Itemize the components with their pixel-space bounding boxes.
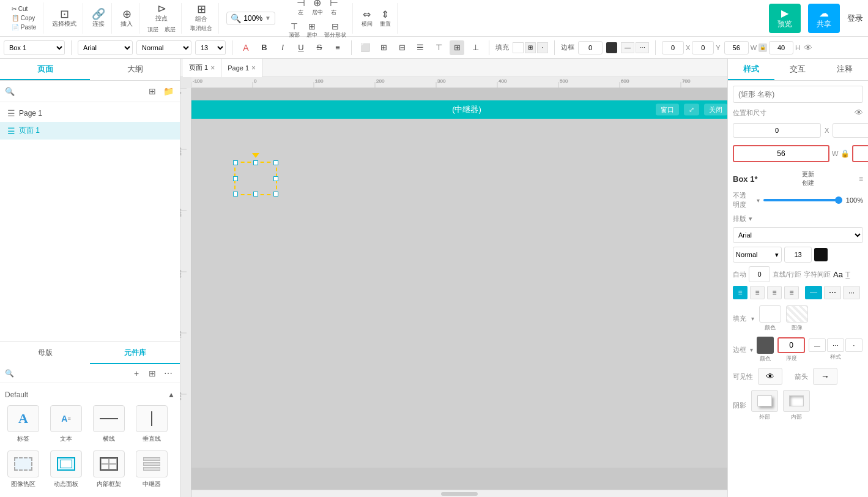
fill-none-box[interactable]: ·: [537, 42, 548, 53]
component-search-input[interactable]: [17, 368, 127, 379]
cut-action[interactable]: ✂ Cut: [10, 5, 38, 13]
canvas-tab-page1[interactable]: 页面 1 ×: [183, 59, 221, 77]
component-item-hotspot[interactable]: 图像热区: [5, 450, 42, 488]
h-size-input[interactable]: [852, 145, 868, 162]
close-tab-2[interactable]: ×: [251, 64, 256, 72]
text-align-left-button[interactable]: ⬜: [358, 40, 373, 55]
tab-pages[interactable]: 页面: [0, 59, 90, 80]
page-canvas[interactable]: (中继器) 窗口 ⤢ 关闭 ×: [191, 100, 727, 468]
shadow-inner-option[interactable]: 内部: [783, 390, 810, 421]
italic-button[interactable]: I: [275, 40, 290, 55]
text-format-aa-icon[interactable]: Aa: [833, 270, 843, 279]
align-left-text-btn[interactable]: ≡: [733, 286, 747, 299]
style-select[interactable]: Normal: [136, 40, 191, 55]
font-family-select[interactable]: Arial: [733, 227, 863, 243]
visibility-option-eye[interactable]: 👁: [758, 368, 782, 385]
y-pos-input[interactable]: [833, 123, 868, 138]
element-name-select[interactable]: Box 1: [4, 40, 65, 55]
link-wh-icon[interactable]: 🔒: [840, 149, 850, 158]
tab-style[interactable]: 样式: [728, 59, 774, 80]
size-select[interactable]: 13: [195, 40, 226, 55]
line-dotted-btn[interactable]: ···: [843, 286, 860, 299]
connect-button[interactable]: 🔗 连接: [89, 7, 108, 29]
border-style-1[interactable]: —: [621, 42, 634, 53]
text-valign-bottom-button[interactable]: ⊥: [468, 40, 483, 55]
fill-style-box[interactable]: ⊞: [525, 42, 536, 53]
shape-name-input[interactable]: [733, 86, 863, 103]
tab-master[interactable]: 母版: [0, 342, 90, 364]
folder-button[interactable]: 📁: [161, 84, 175, 98]
visibility-box-eye[interactable]: 👁: [758, 368, 782, 385]
text-valign-middle-button[interactable]: ⊞: [450, 40, 464, 55]
line-solid-btn[interactable]: —: [805, 286, 822, 299]
relay-window-button[interactable]: 窗口: [656, 104, 679, 116]
relay-close-button[interactable]: 关闭: [704, 104, 727, 116]
border-color-box[interactable]: [606, 42, 617, 53]
fill-image-box[interactable]: [786, 305, 808, 323]
component-more-button[interactable]: ⋯: [161, 367, 175, 380]
text-align-right-button[interactable]: ⊟: [395, 40, 409, 55]
align-side-shape-button[interactable]: ⊟ 部分形状: [322, 20, 349, 40]
fill-image-option[interactable]: 图像: [786, 305, 808, 332]
tab-components[interactable]: 元件库: [90, 342, 180, 364]
border-style-2[interactable]: ⋯: [636, 42, 649, 53]
typography-dropdown-icon[interactable]: ▾: [749, 215, 752, 223]
component-item-vline[interactable]: 垂直线: [133, 405, 170, 443]
component-item-text[interactable]: A ≡ 文本: [48, 405, 84, 443]
align-center-text-btn[interactable]: ≡: [750, 286, 765, 299]
add-page-button[interactable]: ⊞: [146, 84, 159, 98]
font-style-dropdown[interactable]: Normal ▾: [733, 247, 782, 263]
arrow-box[interactable]: →: [813, 368, 837, 385]
share-button[interactable]: ☁ 共享: [808, 4, 840, 33]
bottom-layer-button[interactable]: 底层: [163, 25, 177, 34]
visibility-toggle-icon[interactable]: 👁: [804, 43, 812, 53]
border-style-dotted[interactable]: ·: [845, 338, 862, 352]
paste-action[interactable]: 📄 Paste: [10, 23, 38, 31]
auto-value-input[interactable]: [749, 266, 770, 282]
horizontal-scrollbar[interactable]: [191, 490, 727, 497]
fill-dropdown-icon[interactable]: ▾: [751, 315, 754, 322]
resize-handle-tm[interactable]: [253, 160, 258, 165]
zoom-control[interactable]: 🔍 100% ▼: [226, 12, 275, 25]
x-pos-input[interactable]: [733, 123, 821, 138]
add-component-button[interactable]: +: [130, 367, 143, 380]
scrollbar-thumb-h[interactable]: [441, 492, 478, 496]
underline-button[interactable]: U: [294, 40, 308, 55]
section-collapse-icon[interactable]: ▲: [168, 390, 175, 399]
copy-action[interactable]: 📋 Copy: [10, 14, 38, 22]
space-h-button[interactable]: ⇔ 横间: [359, 7, 375, 29]
tab-interact[interactable]: 交互: [774, 59, 821, 80]
component-more-icon[interactable]: ≡: [859, 174, 863, 183]
page-item-page1[interactable]: ☰ Page 1: [0, 105, 180, 122]
group-button[interactable]: ⊞ 组合: [193, 2, 210, 24]
align-center-button[interactable]: ⊕ 居中: [310, 0, 325, 18]
selected-element[interactable]: [234, 162, 277, 195]
text-align-justify-button[interactable]: ☰: [413, 40, 428, 55]
arrow-option[interactable]: →: [813, 368, 837, 385]
opacity-slider[interactable]: [763, 199, 842, 201]
font-select[interactable]: Arial: [78, 40, 133, 55]
h-input[interactable]: [769, 41, 793, 54]
resize-handle-mr[interactable]: [273, 176, 278, 181]
top-layer-button[interactable]: 顶层: [146, 25, 160, 34]
x-coord-input[interactable]: [662, 41, 684, 54]
align-right-button[interactable]: ⊢ 右: [327, 0, 341, 18]
component-item-dynamic-panel[interactable]: 动态面板: [48, 450, 84, 488]
border-dropdown-icon[interactable]: ▾: [750, 346, 753, 353]
resize-handle-bl[interactable]: [233, 192, 238, 196]
space-v-button[interactable]: ⇕ 重置: [377, 7, 393, 29]
select-mode-button[interactable]: ⊡ 选择模式: [50, 7, 79, 29]
relay-fullscreen-button[interactable]: ⤢: [684, 104, 699, 116]
lock-ratio-icon[interactable]: 🔒: [759, 43, 767, 52]
border-thickness-input[interactable]: [777, 337, 805, 353]
list-button[interactable]: ≡: [330, 40, 345, 55]
border-style-solid[interactable]: —: [809, 338, 826, 352]
border-style-dashed[interactable]: ⋯: [827, 338, 844, 352]
pos-size-eye-icon[interactable]: 👁: [855, 108, 863, 118]
component-item-relay[interactable]: 中继器: [133, 450, 170, 488]
close-tab-1[interactable]: ×: [210, 64, 215, 72]
pages-search-input[interactable]: [17, 86, 143, 97]
border-value-input[interactable]: [578, 41, 603, 54]
opacity-dropdown-icon[interactable]: ▾: [757, 197, 760, 204]
shadow-outer-option[interactable]: 外部: [751, 390, 778, 421]
